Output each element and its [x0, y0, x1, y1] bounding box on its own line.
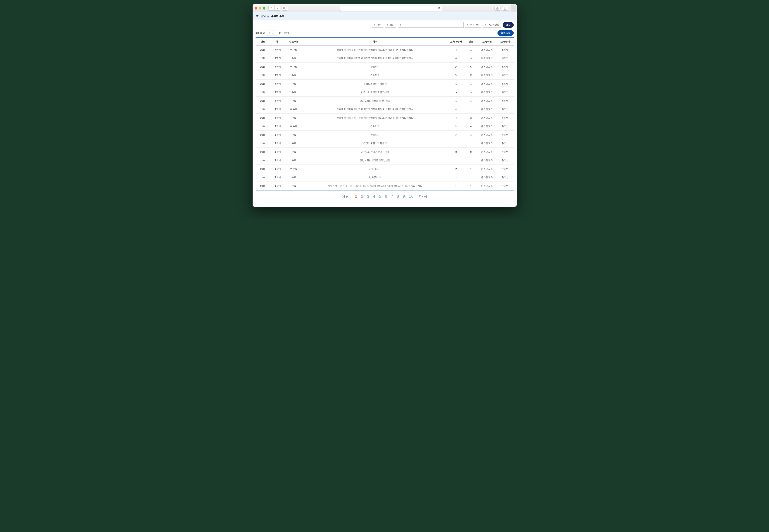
pager-page[interactable]: 7 [389, 194, 395, 199]
cell-category: 온라인교육 [477, 71, 497, 80]
cell-category: 온라인교육 [477, 156, 497, 165]
sidebar-icon [284, 7, 287, 9]
breadcrumb-root[interactable]: 교육통계 [256, 14, 266, 18]
semester-select-label: 학기 [390, 23, 394, 27]
table-row[interactable]: 20191학기수료건강노화한의과학연구센터99온라인교육온라인 [256, 88, 514, 97]
table-row[interactable]: 20191학기수료간호대학,의학전문대학원,치의학전문대학원,한의학전문대학원통… [256, 114, 514, 122]
year-select-label: 년도 [377, 23, 381, 27]
cell-count: 1 [465, 80, 477, 88]
cell-category: 온라인교육 [477, 88, 497, 97]
cell-semester: 1학기 [271, 46, 285, 54]
table-row[interactable]: 20191학기수료건강노화한의전문인력양성팀11온라인교육온라인 [256, 156, 514, 165]
table-row[interactable]: 20191학기수료간호대학,의학전문대학원,치의학전문대학원,한의학전문대학원통… [256, 54, 514, 63]
cell-category: 온라인교육 [477, 165, 497, 173]
cell-year: 2019 [256, 182, 271, 190]
semester-select[interactable]: ▼학기 [385, 22, 396, 28]
cell-target: 4 [448, 54, 465, 63]
table-row[interactable]: 20191학기수료건강노화한의과학연구센터99온라인교육온라인 [256, 148, 514, 156]
per-page-select[interactable]: ▼50 [267, 30, 277, 36]
table-row[interactable]: 20191학기수료간호학과3428온라인교육온라인 [256, 131, 514, 139]
minimize-window-icon[interactable] [259, 7, 261, 10]
edu-select-label: 온라인교육 [488, 23, 499, 27]
pager-page[interactable]: 1 [353, 194, 359, 199]
table-row[interactable]: 20191학기수료간호학과3428온라인교육온라인 [256, 71, 514, 80]
cell-type: 온라인 [497, 114, 514, 122]
per-page-label: 페이지당 [256, 31, 265, 35]
svg-rect-3 [504, 7, 506, 9]
cell-target: 34 [448, 63, 465, 71]
cell-category: 온라인교육 [477, 80, 497, 88]
pager-next[interactable]: 다음 [417, 194, 429, 199]
table-row[interactable]: 20191학기미수료간호학과346온라인교육온라인 [256, 122, 514, 131]
cell-status: 수료 [285, 80, 302, 88]
pager-prev[interactable]: 이전 [340, 194, 352, 199]
status-select-label: 수료구분 [470, 23, 479, 27]
cell-status: 수료 [285, 182, 302, 190]
chevron-left-icon [271, 7, 272, 9]
cell-count: 6 [465, 122, 477, 131]
table-row[interactable]: 20191학기수료건축공학과21온라인교육온라인 [256, 173, 514, 182]
table-row[interactable]: 20191학기미수료간호학과346온라인교육온라인 [256, 63, 514, 71]
edu-select[interactable]: ▼온라인교육 [482, 22, 501, 28]
cell-dept: 간호대학,의학전문대학원,치의학전문대학원,한의학전문대학원통합행정실 [302, 105, 448, 114]
cell-semester: 1학기 [271, 114, 285, 122]
cell-status: 미수료 [285, 105, 302, 114]
cell-semester: 1학기 [271, 97, 285, 105]
cell-target: 9 [448, 88, 465, 97]
reload-icon[interactable] [438, 7, 440, 10]
cell-year: 2019 [256, 148, 271, 156]
cell-type: 온라인 [497, 54, 514, 63]
table-row[interactable]: 20191학기미수료간호대학,의학전문대학원,치의학전문대학원,한의학전문대학원… [256, 105, 514, 114]
maximize-window-icon[interactable] [263, 7, 265, 10]
pager-page[interactable]: 10 [407, 194, 416, 199]
table-row[interactable]: 20191학기수료건강노화한의과학센터11온라인교육온라인 [256, 139, 514, 148]
cell-target: 1 [448, 139, 465, 148]
new-tab-button[interactable]: ＋ [511, 4, 517, 12]
chevron-right-icon [276, 7, 278, 9]
share-button[interactable] [494, 6, 500, 11]
cell-dept: 건강노화한의전문인력양성팀 [302, 156, 448, 165]
search-button[interactable]: 검색 [502, 22, 514, 28]
cell-dept: 간호대학,의학전문대학원,치의학전문대학원,한의학전문대학원통합행정실 [302, 114, 448, 122]
cell-target: 1 [448, 80, 465, 88]
cell-category: 온라인교육 [477, 131, 497, 139]
table-row[interactable]: 20191학기수료경제통상대학,경영대학,국제전문대학원,경영대학원,경제통상대… [256, 182, 514, 190]
cell-year: 2019 [256, 71, 271, 80]
pager-page[interactable]: 6 [383, 194, 389, 199]
cell-dept: 간호학과 [302, 131, 448, 139]
table-row[interactable]: 20191학기수료건강노화한의과학센터11온라인교육온라인 [256, 80, 514, 88]
pager-page[interactable]: 9 [401, 194, 407, 199]
cell-count: 1 [465, 105, 477, 114]
cell-semester: 1학기 [271, 131, 285, 139]
status-select[interactable]: ▼수료구분 [465, 22, 481, 28]
browser-chrome: ＋ [253, 4, 517, 12]
cell-status: 수료 [285, 54, 302, 63]
cell-dept: 건강노화한의과학연구센터 [302, 148, 448, 156]
th-count: 인원 [465, 38, 477, 46]
sidebar-toggle-button[interactable] [282, 6, 288, 11]
pager-page[interactable]: 3 [365, 194, 371, 199]
pager-page[interactable]: 5 [377, 194, 383, 199]
pager-page[interactable]: 8 [395, 194, 401, 199]
cell-dept: 간호학과 [302, 122, 448, 131]
close-window-icon[interactable] [255, 7, 257, 10]
forward-button[interactable] [274, 6, 280, 11]
back-button[interactable] [268, 6, 274, 11]
th-type: 교육형태 [497, 38, 514, 46]
cell-count: 9 [465, 88, 477, 97]
dept-select[interactable]: ▼ [398, 22, 463, 28]
tabs-button[interactable] [502, 6, 508, 11]
pager-page[interactable]: 4 [371, 194, 377, 199]
cell-dept: 간호학과 [302, 63, 448, 71]
table-row[interactable]: 20191학기미수료간호대학,의학전문대학원,치의학전문대학원,한의학전문대학원… [256, 46, 514, 54]
excel-export-button[interactable]: 엑셀출력 [497, 30, 514, 36]
cell-year: 2019 [256, 165, 271, 173]
cell-type: 온라인 [497, 165, 514, 173]
pager-page[interactable]: 2 [359, 194, 365, 199]
year-select[interactable]: ▼년도 [372, 22, 384, 28]
table-row[interactable]: 20191학기미수료건축공학과21온라인교육온라인 [256, 165, 514, 173]
cell-status: 수료 [285, 71, 302, 80]
table-row[interactable]: 20191학기수료건강노화한의전문인력양성팀11온라인교육온라인 [256, 97, 514, 105]
cell-semester: 1학기 [271, 148, 285, 156]
address-bar[interactable] [340, 6, 442, 11]
